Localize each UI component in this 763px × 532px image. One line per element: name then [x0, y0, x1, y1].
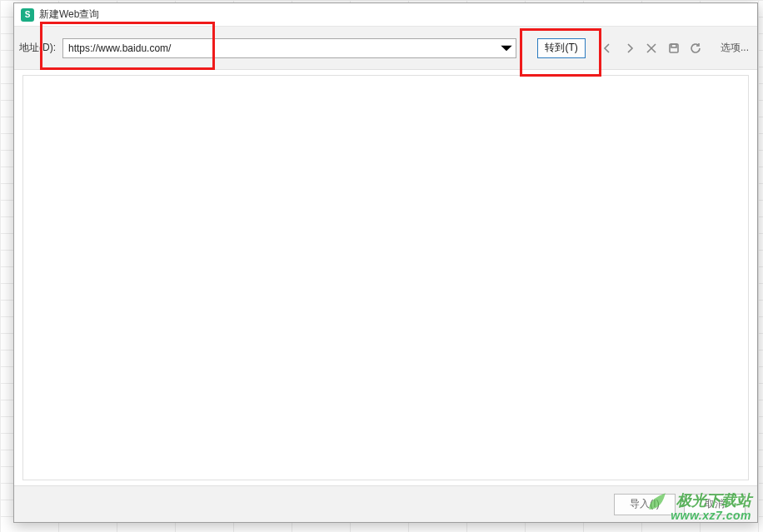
address-input[interactable] [62, 38, 516, 58]
chevron-down-icon[interactable] [498, 40, 515, 57]
options-button[interactable]: 选项... [721, 41, 749, 55]
close-button[interactable] [722, 6, 752, 24]
back-icon[interactable] [599, 39, 616, 57]
refresh-icon[interactable] [687, 39, 705, 57]
titlebar: S 新建Web查询 [14, 3, 757, 27]
go-button[interactable]: 转到(T) [537, 38, 586, 58]
web-content-area [22, 75, 749, 480]
dialog-footer: 导入(I) 取消 [14, 485, 757, 522]
go-button-label: 转到(T) [545, 41, 577, 55]
svg-line-1 [728, 5, 747, 24]
stop-icon[interactable] [643, 39, 661, 57]
address-label: 地址(D): [19, 41, 56, 55]
address-combobox[interactable] [62, 38, 516, 58]
web-query-dialog: S 新建Web查询 地址(D): 转到(T) [13, 2, 758, 523]
app-icon: S [21, 8, 34, 22]
svg-rect-5 [671, 44, 676, 47]
toolbar: 地址(D): 转到(T) 选项... [14, 27, 757, 70]
import-button[interactable]: 导入(I) [614, 494, 676, 515]
dialog-title: 新建Web查询 [39, 7, 722, 22]
svg-line-0 [728, 5, 747, 24]
forward-icon[interactable] [621, 39, 638, 57]
cancel-button[interactable]: 取消 [684, 494, 746, 515]
save-icon[interactable] [665, 39, 682, 57]
